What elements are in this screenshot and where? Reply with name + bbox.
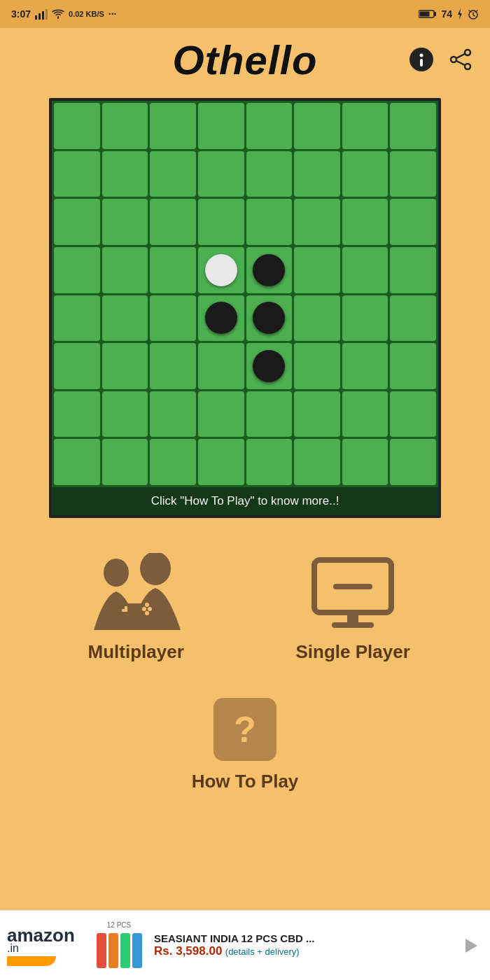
board-cell[interactable] [246, 391, 293, 438]
board-cell[interactable] [150, 439, 196, 485]
board-cell[interactable] [54, 103, 100, 149]
amazon-logo: amazon .in [7, 925, 84, 966]
board-cell[interactable] [390, 199, 436, 245]
ad-play-button[interactable] [458, 933, 483, 958]
board-cell[interactable] [102, 439, 148, 485]
board-cell[interactable] [246, 199, 293, 245]
board-cell[interactable] [342, 343, 388, 389]
board-cell[interactable] [342, 439, 388, 485]
board-cell[interactable] [198, 295, 244, 342]
board-cell[interactable] [342, 247, 388, 293]
board-cell[interactable] [342, 295, 388, 342]
share-icon [449, 48, 472, 71]
svg-point-13 [465, 64, 470, 69]
board-cell[interactable] [54, 295, 100, 342]
ad-text: SEASIANT INDIA 12 PCS CBD ... Rs. 3,598.… [154, 932, 451, 958]
board-cell[interactable] [246, 295, 293, 342]
info-button[interactable] [409, 47, 434, 72]
board-cell[interactable] [342, 103, 388, 149]
board-cell[interactable] [102, 391, 148, 438]
board-cell[interactable] [294, 391, 340, 438]
board-cell[interactable] [102, 247, 148, 293]
svg-line-15 [456, 61, 465, 65]
board-cell[interactable] [150, 343, 196, 389]
board-cell[interactable] [198, 391, 244, 438]
board-cell[interactable] [342, 151, 388, 197]
board-cell[interactable] [150, 391, 196, 438]
black-piece [253, 302, 285, 334]
board-cell[interactable] [390, 295, 436, 342]
board-cell[interactable] [198, 343, 244, 389]
board-cell[interactable] [390, 151, 436, 197]
board-cell[interactable] [294, 439, 340, 485]
color-bars [97, 933, 142, 968]
board-cell[interactable] [54, 343, 100, 389]
svg-rect-5 [434, 12, 436, 16]
svg-point-23 [145, 611, 149, 615]
board-cell[interactable] [294, 343, 340, 389]
board-cell[interactable] [54, 151, 100, 197]
board-cell[interactable] [54, 199, 100, 245]
amazon-smile [7, 956, 56, 966]
info-icon [409, 47, 434, 72]
single-player-button[interactable]: Single Player [296, 553, 410, 663]
board-cell[interactable] [102, 151, 148, 197]
board-cell[interactable] [102, 343, 148, 389]
board-cell[interactable] [294, 295, 340, 342]
board-cell[interactable] [390, 247, 436, 293]
board-cell[interactable] [150, 103, 196, 149]
battery-level: 74 [441, 8, 452, 20]
board-cell[interactable] [198, 151, 244, 197]
board-grid[interactable] [52, 101, 438, 487]
board-cell[interactable] [198, 247, 244, 293]
board-cell[interactable] [390, 343, 436, 389]
svg-point-9 [420, 54, 424, 57]
board-cell[interactable] [246, 247, 293, 293]
multiplayer-button[interactable]: Multiplayer [80, 553, 192, 663]
svg-point-21 [142, 607, 146, 611]
board-cell[interactable] [102, 295, 148, 342]
board-cell[interactable] [54, 247, 100, 293]
board-cell[interactable] [150, 199, 196, 245]
board-cell[interactable] [390, 391, 436, 438]
board-cell[interactable] [246, 151, 293, 197]
svg-rect-10 [420, 59, 423, 66]
black-piece [253, 254, 285, 286]
white-piece [205, 254, 237, 286]
board-cell[interactable] [198, 103, 244, 149]
ad-banner[interactable]: amazon .in 12 PCS SEASIANT INDIA 12 PCS … [0, 910, 490, 980]
board-cell[interactable] [246, 343, 293, 389]
ad-price: Rs. 3,598.00 [154, 944, 222, 958]
svg-rect-20 [125, 606, 127, 612]
board-cell[interactable] [294, 103, 340, 149]
svg-marker-30 [465, 939, 477, 953]
board-cell[interactable] [54, 391, 100, 438]
board-hint: Click "How To Play" to know more..! [52, 487, 438, 515]
board-cell[interactable] [198, 199, 244, 245]
board-cell[interactable] [294, 247, 340, 293]
share-button[interactable] [448, 47, 473, 72]
board-cell[interactable] [150, 295, 196, 342]
color-bar-green [120, 933, 130, 968]
board-cell[interactable] [246, 439, 293, 485]
game-board[interactable]: Click "How To Play" to know more..! [49, 98, 441, 518]
how-to-play-button[interactable]: ? [214, 698, 276, 761]
board-cell[interactable] [102, 103, 148, 149]
multiplayer-illustration [80, 553, 192, 630]
board-cell[interactable] [150, 247, 196, 293]
board-cell[interactable] [342, 391, 388, 438]
alarm-icon [468, 8, 479, 20]
board-cell[interactable] [390, 103, 436, 149]
board-cell[interactable] [150, 151, 196, 197]
board-cell[interactable] [54, 439, 100, 485]
ad-image: 12 PCS [91, 921, 147, 970]
board-cell[interactable] [246, 103, 293, 149]
board-cell[interactable] [102, 199, 148, 245]
board-cell[interactable] [294, 151, 340, 197]
single-player-label: Single Player [296, 641, 410, 663]
color-bar-orange [108, 933, 118, 968]
board-cell[interactable] [294, 199, 340, 245]
board-cell[interactable] [390, 439, 436, 485]
board-cell[interactable] [342, 199, 388, 245]
board-cell[interactable] [198, 439, 244, 485]
